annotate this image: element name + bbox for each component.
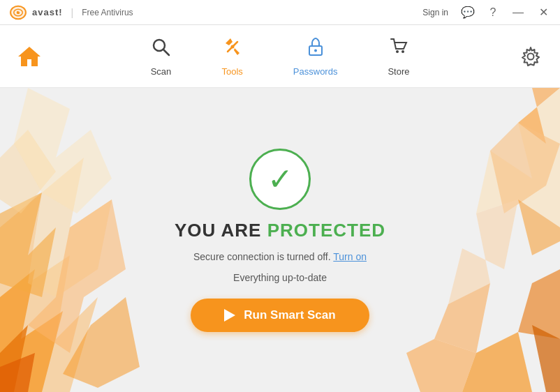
product-name: Free Antivirus bbox=[82, 8, 133, 17]
help-button[interactable]: ? bbox=[485, 4, 501, 21]
nav-passwords-label: Passwords bbox=[293, 66, 338, 77]
secure-connection-text: Secure connection is turned off. bbox=[193, 251, 331, 262]
passwords-icon bbox=[305, 36, 326, 62]
nav-item-passwords[interactable]: Passwords bbox=[285, 31, 346, 82]
status-protected-word: PROTECTED bbox=[267, 220, 385, 241]
nav-item-scan[interactable]: Scan bbox=[142, 31, 179, 82]
avast-logo-icon bbox=[8, 5, 28, 20]
main-content: ✓ YOU ARE PROTECTED Secure connection is… bbox=[0, 88, 560, 392]
svg-marker-29 bbox=[462, 332, 532, 392]
close-button[interactable]: ✕ bbox=[535, 4, 552, 21]
svg-marker-17 bbox=[0, 193, 56, 297]
svg-marker-30 bbox=[518, 269, 560, 339]
svg-line-6 bbox=[163, 50, 169, 55]
nav-scan-label: Scan bbox=[151, 66, 172, 77]
status-heading: YOU ARE PROTECTED bbox=[175, 220, 385, 241]
nav-tools-label: Tools bbox=[221, 66, 242, 77]
svg-marker-22 bbox=[0, 353, 35, 392]
secure-connection-notice: Secure connection is turned off. Turn on bbox=[193, 251, 367, 262]
svg-marker-21 bbox=[63, 297, 140, 388]
svg-marker-26 bbox=[448, 199, 518, 304]
svg-marker-27 bbox=[518, 199, 560, 255]
home-nav-item[interactable] bbox=[14, 41, 45, 72]
titlebar-left: avast! | Free Antivirus bbox=[8, 5, 133, 20]
svg-marker-18 bbox=[28, 199, 126, 353]
svg-marker-31 bbox=[532, 325, 560, 392]
protected-status-circle: ✓ bbox=[249, 149, 311, 210]
store-icon bbox=[388, 36, 409, 62]
up-to-date-notice: Everything up-to-date bbox=[233, 272, 327, 283]
svg-point-7 bbox=[230, 45, 234, 48]
brand-name: avast! bbox=[32, 7, 63, 17]
svg-marker-14 bbox=[0, 269, 63, 392]
background-right-decoration bbox=[406, 88, 560, 392]
avast-logo: avast! bbox=[8, 5, 63, 20]
nav-item-tools[interactable]: Tools bbox=[213, 31, 251, 82]
signin-button[interactable]: Sign in bbox=[420, 6, 451, 19]
svg-marker-4 bbox=[18, 47, 40, 66]
svg-marker-19 bbox=[0, 130, 56, 213]
svg-marker-16 bbox=[28, 158, 112, 297]
chat-icon[interactable]: 💬 bbox=[459, 4, 476, 21]
nav-items: Scan Tools Passwo bbox=[45, 31, 515, 82]
titlebar: avast! | Free Antivirus Sign in 💬 ? — ✕ bbox=[0, 0, 560, 25]
svg-marker-20 bbox=[14, 88, 112, 213]
checkmark-icon: ✓ bbox=[267, 164, 293, 195]
background-left-decoration bbox=[0, 88, 182, 392]
svg-marker-24 bbox=[518, 88, 560, 144]
svg-marker-23 bbox=[476, 88, 560, 227]
nav-item-store[interactable]: Store bbox=[379, 31, 418, 82]
minimize-button[interactable]: — bbox=[510, 4, 526, 21]
run-smart-scan-button[interactable]: Run Smart Scan bbox=[191, 299, 369, 332]
svg-point-3 bbox=[18, 11, 20, 13]
svg-marker-28 bbox=[434, 283, 490, 353]
svg-marker-32 bbox=[406, 339, 476, 392]
svg-point-10 bbox=[396, 50, 399, 53]
svg-point-9 bbox=[314, 49, 317, 52]
play-icon bbox=[224, 309, 235, 322]
turn-on-link[interactable]: Turn on bbox=[333, 251, 367, 262]
scan-icon bbox=[150, 36, 171, 62]
svg-point-11 bbox=[401, 50, 404, 53]
navbar: Scan Tools Passwo bbox=[0, 25, 560, 88]
tools-icon bbox=[222, 36, 243, 62]
status-prefix: YOU ARE bbox=[175, 220, 267, 241]
settings-button[interactable] bbox=[515, 41, 546, 72]
home-icon bbox=[17, 44, 42, 69]
center-content: ✓ YOU ARE PROTECTED Secure connection is… bbox=[175, 149, 385, 332]
run-scan-label: Run Smart Scan bbox=[244, 308, 335, 322]
titlebar-right: Sign in 💬 ? — ✕ bbox=[420, 4, 552, 21]
svg-marker-15 bbox=[0, 325, 28, 392]
svg-marker-13 bbox=[0, 193, 98, 392]
svg-point-12 bbox=[528, 53, 534, 59]
nav-store-label: Store bbox=[388, 66, 409, 77]
svg-marker-25 bbox=[490, 123, 560, 213]
